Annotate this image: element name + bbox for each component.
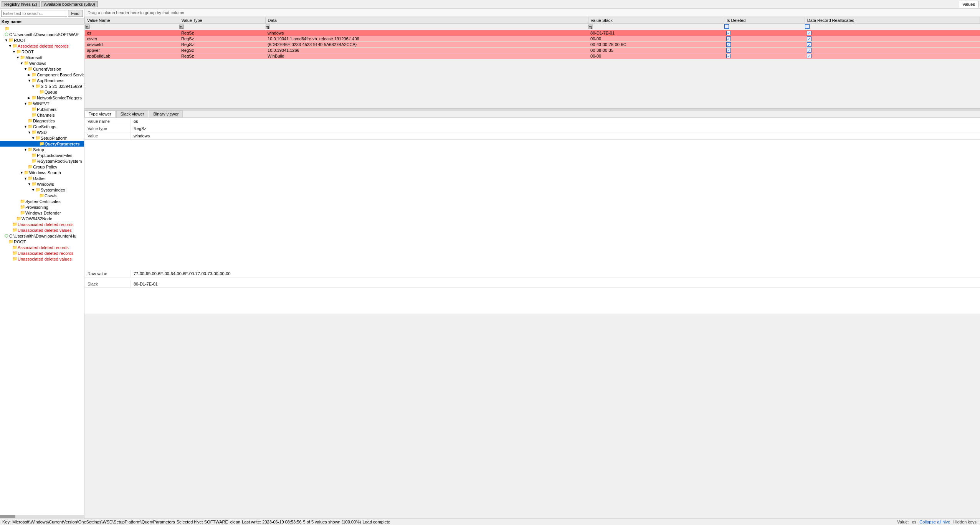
tree-item-unassoc-val1[interactable]: 📁Unassociated deleted values (0, 227, 84, 233)
tree-item-queue[interactable]: 📁Queue (0, 89, 84, 95)
reallocated-checkbox[interactable]: ✓ (807, 54, 811, 58)
tree-item-back[interactable]: 📁 (0, 26, 84, 31)
tree-item-unassoc-del2[interactable]: 📁Unassociated deleted records (0, 250, 84, 256)
tab-type-viewer[interactable]: Type viewer (84, 111, 116, 117)
tree-item-windows[interactable]: ▼📁Windows (0, 60, 84, 66)
tree-item-publishers[interactable]: 📁Publishers (0, 106, 84, 112)
folder-icon-root1a: 📁 (16, 49, 21, 54)
find-button[interactable]: Find (68, 10, 83, 17)
tree-item-compbased[interactable]: ▶📁Component Based Servicing (0, 72, 84, 78)
table-row[interactable]: appBuildLabRegSzWinBuild00-00✓✓ (85, 53, 980, 59)
folder-icon-compbased: 📁 (31, 72, 37, 77)
folder-icon-queue: 📁 (39, 89, 45, 94)
tree-item-onesettings[interactable]: ▼📁OneSettings (0, 124, 84, 129)
tree-item-windowsdefender[interactable]: 📁Windows Defender (0, 210, 84, 216)
is-deleted-checkbox[interactable]: ✓ (726, 31, 731, 35)
tree-item-windows2[interactable]: ▼📁Windows (0, 181, 84, 187)
tree-item-unassoc-del1[interactable]: 📁Unassociated deleted records (0, 221, 84, 227)
tree-item-root1[interactable]: ▼📁ROOT (0, 37, 84, 43)
tree-item-setup[interactable]: ▼📁Setup (0, 147, 84, 152)
detail-row-type: Value type RegSz (84, 125, 980, 132)
tree-item-wsd[interactable]: ▼📁WSD (0, 129, 84, 135)
table-cell-0: appver (85, 48, 179, 53)
tree-item-systemcerts[interactable]: 📁SystemCertificates (0, 198, 84, 204)
folder-icon-channels: 📁 (31, 112, 37, 117)
tree-item-microsoft[interactable]: ▼📁Microsoft (0, 54, 84, 60)
table-cell-4: ✓ (724, 30, 805, 36)
tree-item-systemroot[interactable]: 📁%SystemRoot%/system (0, 158, 84, 164)
values-tab[interactable]: Values (959, 1, 978, 8)
table-cell-2: {6DB2EB6F-0233-4523-9140-5A6827BA2CCA} (265, 42, 588, 48)
status-collapse-all[interactable]: Collapse all hive (919, 520, 950, 524)
tree-item-currentversion[interactable]: ▼📁CurrentVersion (0, 66, 84, 72)
filter-icon-name[interactable]: ⇅ (85, 25, 90, 29)
tab-binary-viewer[interactable]: Binary viewer (149, 111, 183, 117)
tree-item-root2[interactable]: 📁ROOT (0, 239, 84, 244)
table-row[interactable]: appverRegSz10.0.19041.126600-38-00-35✓✓ (85, 48, 980, 53)
reallocated-checkbox[interactable]: ✓ (807, 42, 811, 47)
tree-item-windowssearch[interactable]: ▼📁Windows Search (0, 170, 84, 175)
sidebar-scrollbar[interactable] (0, 514, 84, 518)
reallocated-checkbox[interactable]: ✓ (807, 48, 811, 53)
tab-slack-viewer[interactable]: Slack viewer (116, 111, 149, 117)
table-filter-row: ⇅ ⇅ ⇅ ⇅ (85, 24, 980, 30)
tree-item-grouppolicy[interactable]: 📁Group Policy (0, 164, 84, 170)
tree-item-appreadiness[interactable]: ▼📁AppReadiness (0, 78, 84, 83)
filter-checkbox-reallocated[interactable] (805, 24, 810, 29)
table-row[interactable]: osRegSzwindows80-D1-7E-01✓✓ (85, 30, 980, 36)
tree-item-setupplatform[interactable]: ▼📁SetupPlatform (0, 135, 84, 141)
table-cell-3: 00-00 (588, 36, 724, 42)
tree-item-provisioning[interactable]: 📁Provisioning (0, 204, 84, 210)
tree-item-assoc-del1[interactable]: ▼📁Associated deleted records (0, 43, 84, 49)
col-is-deleted[interactable]: Is Deleted (724, 17, 805, 24)
tree-item-crawls[interactable]: 📁Crawls (0, 193, 84, 198)
bookmarks-tab[interactable]: Available bookmarks (58/0) (41, 1, 98, 7)
tree-item-gather[interactable]: ▼📁Gather (0, 175, 84, 181)
filter-icon-data[interactable]: ⇅ (266, 25, 270, 29)
table-row[interactable]: deviceIdRegSz{6DB2EB6F-0233-4523-9140-5A… (85, 42, 980, 48)
col-value-slack[interactable]: Value Slack (588, 17, 724, 24)
is-deleted-checkbox[interactable]: ✓ (726, 48, 731, 53)
search-bar: Find (0, 9, 84, 18)
search-input[interactable] (1, 10, 67, 17)
status-bar: Key: Microsoft\Windows\CurrentVersion\On… (0, 518, 980, 525)
filter-checkbox-deleted[interactable] (724, 24, 729, 29)
tree-item-hive2[interactable]: ⬡C:\Users\nithi\Downloads\hunter\Hu (0, 233, 84, 239)
tree-item-hive1[interactable]: ⬡C:\Users\nithi\Downloads\SOFTWAR (0, 31, 84, 37)
folder-icon-appreadiness: 📁 (31, 78, 37, 83)
filter-icon-slack[interactable]: ⇅ (588, 25, 593, 29)
col-reallocated[interactable]: Data Record Reallocated (805, 17, 980, 24)
is-deleted-checkbox[interactable]: ✓ (726, 42, 731, 47)
tree-item-diagnostics[interactable]: 📁Diagnostics (0, 118, 84, 124)
tree-label-assoc-del2: Associated deleted records (18, 245, 69, 250)
is-deleted-checkbox[interactable]: ✓ (726, 36, 731, 41)
detail-row-name: Value name os (84, 118, 980, 125)
tree-container[interactable]: 📁⬡C:\Users\nithi\Downloads\SOFTWAR▼📁ROOT… (0, 25, 84, 514)
col-value-type[interactable]: Value Type (179, 17, 265, 24)
tree-item-root1a[interactable]: ▼📁ROOT (0, 49, 84, 54)
tree-item-unassoc-val2[interactable]: 📁Unassociated deleted values (0, 256, 84, 262)
tree-item-pnplockdown[interactable]: 📁PnpLockdownFiles (0, 152, 84, 158)
tree-item-networkservice[interactable]: ▶📁NetworkServiceTriggers (0, 95, 84, 101)
table-cell-5: ✓ (805, 36, 980, 42)
col-value-name[interactable]: Value Name (85, 17, 179, 24)
tree-label-windowssearch: Windows Search (29, 170, 61, 175)
tree-arrow-gather: ▼ (24, 177, 28, 180)
registry-hives-tab[interactable]: Registry hives (2) (2, 1, 40, 7)
folder-icon-networkservice: 📁 (31, 95, 37, 100)
tree-item-winevt[interactable]: ▼📁WINEVT (0, 101, 84, 106)
tree-item-wow6432[interactable]: 📁WOW6432Node (0, 216, 84, 221)
tree-item-s1521[interactable]: ▼📁S-1-5-21-3239415629-18 (0, 83, 84, 89)
filter-icon-type[interactable]: ⇅ (179, 25, 184, 29)
tree-label-s1521: S-1-5-21-3239415629-18 (41, 84, 84, 89)
reallocated-checkbox[interactable]: ✓ (807, 31, 811, 35)
table-row[interactable]: osverRegSz10.0.19041.1.amd64fre.vb_relea… (85, 36, 980, 42)
tree-item-assoc-del2[interactable]: 📁Associated deleted records (0, 244, 84, 250)
tree-item-channels[interactable]: 📁Channels (0, 112, 84, 118)
values-table-container[interactable]: Value Name Value Type Data Value Slack I… (84, 17, 980, 108)
tree-item-systemindex[interactable]: ▼📁SystemIndex (0, 187, 84, 193)
col-data[interactable]: Data (265, 17, 588, 24)
is-deleted-checkbox[interactable]: ✓ (726, 54, 731, 58)
tree-item-queryparams[interactable]: 📁QueryParameters (0, 141, 84, 147)
reallocated-checkbox[interactable]: ✓ (807, 36, 811, 41)
